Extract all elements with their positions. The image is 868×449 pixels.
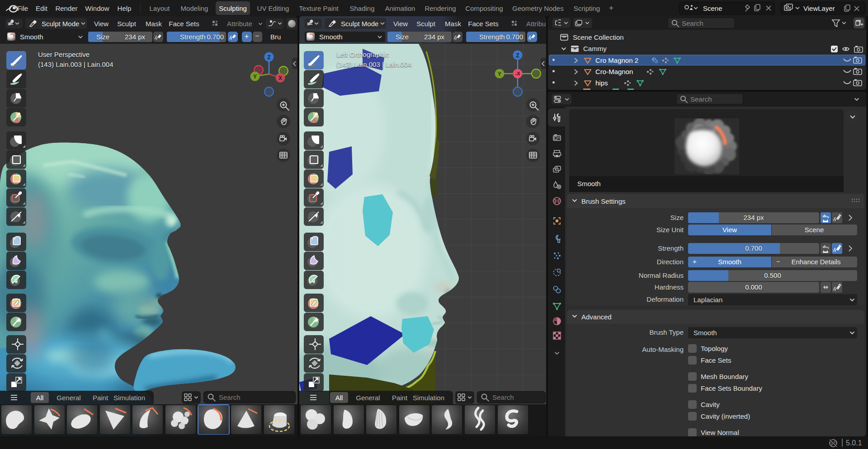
svg-text:X: X xyxy=(278,75,282,81)
svg-text:Y: Y xyxy=(498,71,501,77)
svg-text:Z: Z xyxy=(516,52,519,59)
svg-text:Z: Z xyxy=(267,54,270,61)
svg-text:-X: -X xyxy=(515,71,521,76)
svg-text:Y: Y xyxy=(253,74,257,80)
